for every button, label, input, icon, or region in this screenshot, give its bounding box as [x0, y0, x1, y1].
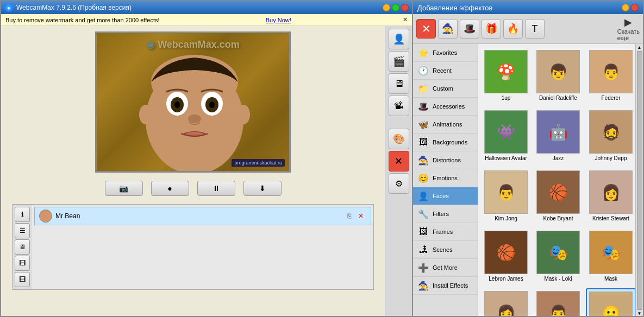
effect-item-michael-jackson[interactable]: 👨Michael Jackson — [534, 288, 583, 316]
notif-close-button[interactable]: ✕ — [403, 16, 408, 23]
category-item-accessories[interactable]: 🎩Accessories — [413, 98, 478, 116]
filmstrip-rs-button[interactable]: 📽 — [389, 96, 409, 116]
category-icon-filters: 🔧 — [417, 208, 429, 220]
info-icon-button[interactable]: ℹ — [15, 207, 30, 222]
effect-thumb-halloween-avatar: 👾 — [484, 110, 528, 154]
filmstrip2-icon-button[interactable]: 🎞 — [15, 272, 30, 287]
text-button[interactable]: T — [525, 19, 545, 39]
maximize-button[interactable] — [392, 4, 399, 11]
cancel-rs-button[interactable]: ✕ — [389, 151, 409, 172]
download-more-icon: ▶ — [624, 16, 632, 28]
camera-button[interactable]: 📷 — [105, 181, 143, 196]
person-rs-button[interactable]: 👤 — [389, 29, 409, 49]
category-icon-custom: 📁 — [417, 83, 429, 94]
effect-item-mask[interactable]: 🎭Mask — [586, 228, 635, 285]
svg-point-11 — [237, 105, 250, 124]
pause-button[interactable]: ⏸ — [197, 181, 235, 196]
category-item-emotions[interactable]: 😊Emotions — [413, 169, 478, 187]
effects-close-button[interactable] — [631, 4, 639, 11]
main-content: ◉ WebcamMax.com — [1, 26, 412, 316]
scroll-thumb[interactable] — [637, 51, 642, 310]
scroll-down-button[interactable]: ▼ — [637, 311, 642, 316]
effect-item-kim-jong[interactable]: 👨Kim Jong — [482, 168, 530, 225]
category-item-distortions[interactable]: 🧙Distortions — [413, 151, 478, 169]
title-bar: ● WebcamMax 7.9.2.6 (Пробная версия) — [1, 1, 412, 14]
category-item-frames[interactable]: 🖼Frames — [413, 223, 478, 241]
buy-now-link[interactable]: Buy Now! — [266, 17, 291, 23]
category-item-scenes[interactable]: 🏞Scenes — [413, 241, 478, 259]
notification-bar: Buy to remove watermark and get more tha… — [1, 14, 412, 26]
monitor-icon-button[interactable]: 🖥 — [15, 239, 30, 255]
effect-item-1up[interactable]: 🍄1up — [482, 47, 530, 104]
effects-minimize-button[interactable] — [622, 4, 629, 11]
category-label-install-effects: Install Effects — [433, 282, 468, 289]
effects-content: ⭐Favorites🕐Recent📁Custom🎩Accessories🦋Ani… — [413, 44, 643, 316]
effects-grid-area[interactable]: 🍄1up👦Daniel Radcliffe👨Federer👾Halloween … — [478, 44, 635, 316]
category-item-get-more[interactable]: ➕Get More — [413, 259, 478, 277]
category-item-filters[interactable]: 🔧Filters — [413, 205, 478, 223]
monitor-rs-button[interactable]: 🖥 — [389, 73, 409, 94]
scroll-up-button[interactable]: ▲ — [637, 45, 642, 50]
record-button[interactable]: ● — [151, 181, 189, 196]
effect-item-lebron-james[interactable]: 🏀Lebron James — [482, 228, 530, 285]
category-item-animations[interactable]: 🦋Animations — [413, 116, 478, 134]
effect-item-federer[interactable]: 👨Federer — [586, 47, 635, 104]
effect-thumb-federer: 👨 — [589, 50, 633, 93]
playlist-copy-button[interactable]: ⎘ — [343, 211, 354, 221]
controls-row: 📷 ● ⏸ ⬇ — [105, 181, 282, 196]
effect-item-megan-fox[interactable]: 👩Megan Fox — [482, 288, 530, 316]
category-item-favorites[interactable]: ⭐Favorites — [413, 44, 478, 62]
effect-item-kobe-bryant[interactable]: 🏀Kobe Bryant — [534, 168, 583, 225]
scrollbar[interactable]: ▲ ▼ — [635, 44, 643, 316]
effect-item-jazz[interactable]: 🤖Jazz — [534, 107, 583, 164]
category-item-install-effects[interactable]: 🧙Install Effects — [413, 277, 478, 295]
film-rs-button[interactable]: 🎬 — [389, 51, 409, 72]
effect-label-daniel-radcliffe: Daniel Radcliffe — [539, 95, 577, 102]
effect-thumb-kobe-bryant: 🏀 — [536, 170, 580, 214]
effect-label-johnny-depp: Johnny Depp — [595, 155, 627, 162]
category-item-recent[interactable]: 🕐Recent — [413, 62, 478, 80]
category-label-backgrounds: Backgrounds — [433, 139, 467, 145]
main-window: ● WebcamMax 7.9.2.6 (Пробная версия) Buy… — [0, 0, 413, 317]
download-more-button[interactable]: ▶ Скачатьещё — [617, 16, 640, 41]
remove-effect-button[interactable]: ✕ — [416, 19, 436, 39]
category-item-backgrounds[interactable]: 🖼Backgrounds — [413, 134, 478, 151]
category-icon-distortions: 🧙 — [417, 154, 429, 166]
list-icon-button[interactable]: ☰ — [15, 223, 30, 238]
effect-label-kobe-bryant: Kobe Bryant — [543, 215, 573, 222]
effect-label-kristen-stewart: Kristen Stewart — [592, 215, 629, 222]
effect-item-halloween-avatar[interactable]: 👾Halloween Avatar — [482, 107, 530, 164]
wizard-button[interactable]: 🧙 — [438, 19, 458, 39]
category-icon-emotions: 😊 — [417, 172, 429, 184]
playlist-delete-button[interactable]: ✕ — [355, 211, 366, 221]
title-bar-buttons — [383, 4, 409, 11]
color-rs-button[interactable]: 🎨 — [389, 129, 409, 149]
close-button[interactable] — [401, 4, 409, 11]
effect-item-daniel-radcliffe[interactable]: 👦Daniel Radcliffe — [534, 47, 583, 104]
category-item-faces[interactable]: 👤Faces — [413, 187, 478, 205]
effect-thumb-megan-fox: 👩 — [484, 291, 528, 316]
effect-item-kristen-stewart[interactable]: 👩Kristen Stewart — [586, 168, 635, 225]
minimize-button[interactable] — [383, 4, 390, 11]
category-icon-backgrounds: 🖼 — [417, 136, 429, 148]
effect-thumb-kim-jong: 👨 — [484, 170, 528, 214]
gift-button[interactable]: 🎁 — [482, 19, 501, 39]
category-item-custom[interactable]: 📁Custom — [413, 80, 478, 98]
hat-button[interactable]: 🎩 — [460, 19, 479, 39]
effect-item-mr-bean[interactable]: 😐Mr Bean — [586, 288, 635, 316]
fire-button[interactable]: 🔥 — [503, 19, 523, 39]
category-label-frames: Frames — [433, 229, 453, 235]
effect-item-johnny-depp[interactable]: 🧔Johnny Depp — [586, 107, 635, 164]
category-icon-frames: 🖼 — [417, 226, 429, 238]
effects-title: Добавление эффектов — [417, 4, 492, 12]
category-icon-animations: 🦋 — [417, 118, 429, 130]
playlist-thumb — [39, 210, 52, 223]
effect-item-mask-loki[interactable]: 🎭Mask - Loki — [534, 228, 583, 285]
filmstrip-icon-button[interactable]: 🎞 — [15, 256, 30, 271]
category-label-custom: Custom — [433, 85, 453, 92]
effects-grid: 🍄1up👦Daniel Radcliffe👨Federer👾Halloween … — [482, 47, 632, 316]
download-button[interactable]: ⬇ — [243, 181, 282, 196]
effect-thumb-mask: 🎭 — [589, 231, 633, 274]
effects-title-bar: Добавление эффектов — [413, 1, 643, 14]
gear-rs-button[interactable]: ⚙ — [389, 173, 409, 194]
